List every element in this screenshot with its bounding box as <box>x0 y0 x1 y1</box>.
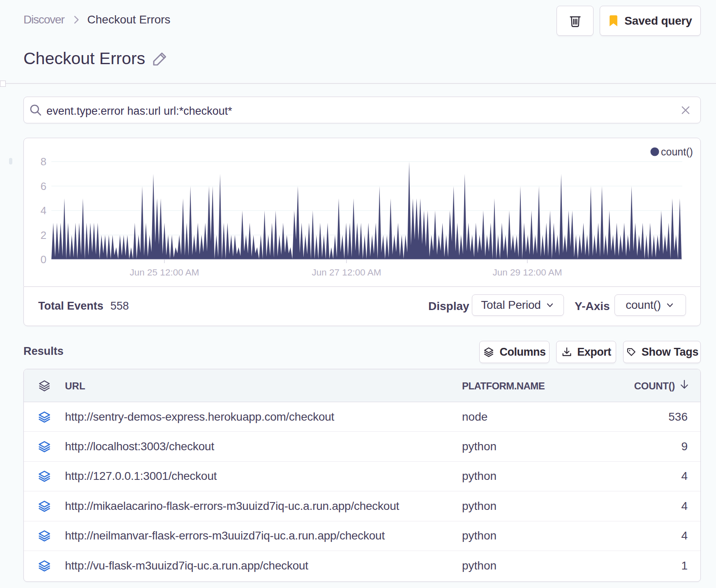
svg-text:0: 0 <box>41 253 46 266</box>
svg-text:Jun 29 12:00 AM: Jun 29 12:00 AM <box>493 267 562 278</box>
svg-text:8: 8 <box>41 155 46 168</box>
svg-text:Jun 27 12:00 AM: Jun 27 12:00 AM <box>312 267 381 278</box>
svg-text:count(): count() <box>661 146 693 157</box>
svg-text:2: 2 <box>41 229 46 241</box>
svg-text:4: 4 <box>41 204 46 217</box>
svg-text:6: 6 <box>41 180 46 192</box>
svg-text:Jun 25 12:00 AM: Jun 25 12:00 AM <box>130 267 199 278</box>
